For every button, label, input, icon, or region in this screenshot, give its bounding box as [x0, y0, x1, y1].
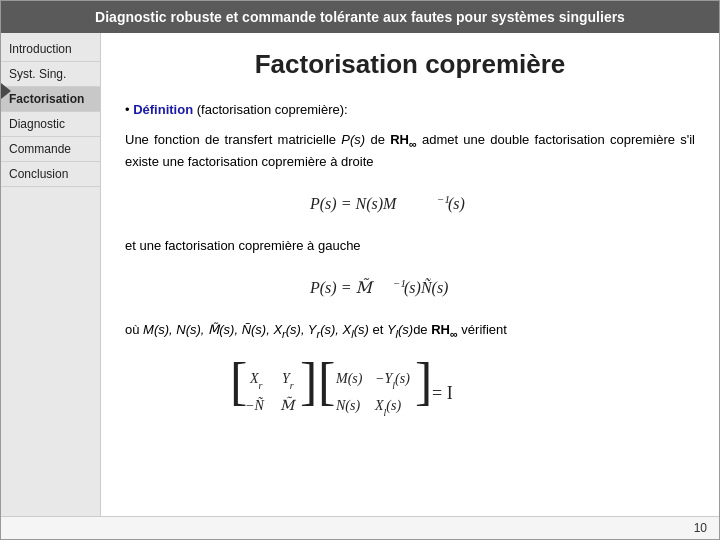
svg-text:−Yl(s): −Yl(s): [375, 371, 410, 391]
sidebar-item-introduction[interactable]: Introduction: [1, 37, 100, 62]
svg-text:[: [: [318, 355, 335, 410]
svg-text:(s): (s): [448, 195, 465, 213]
sidebar-item-factorisation[interactable]: Factorisation: [1, 87, 100, 112]
sidebar-item-syst-sing[interactable]: Syst. Sing.: [1, 62, 100, 87]
formula3: [ Xr Yr −Ñ M̃ ] [ M(s) −Yl(s) N(s) Xl(s): [125, 355, 695, 428]
sidebar-item-diagnostic[interactable]: Diagnostic: [1, 112, 100, 137]
svg-text:M̃: M̃: [280, 396, 297, 413]
section-title: Factorisation copremière: [125, 49, 695, 80]
main-content: Factorisation copremière • Définition (f…: [101, 33, 719, 516]
svg-text:P(s) = N(s)M: P(s) = N(s)M: [310, 195, 398, 213]
svg-text:]: ]: [300, 355, 317, 410]
sidebar: Introduction Syst. Sing. Factorisation D…: [1, 33, 101, 516]
paragraph2: et une factorisation copremière à gauche: [125, 236, 695, 257]
svg-text:M(s): M(s): [335, 371, 363, 387]
svg-text:= I: = I: [432, 383, 453, 403]
header-title: Diagnostic robuste et commande tolérante…: [95, 9, 625, 25]
svg-text:]: ]: [415, 355, 432, 410]
svg-text:P(s) = M̃: P(s) = M̃: [310, 278, 374, 297]
svg-text:N(s): N(s): [335, 398, 360, 414]
page-wrapper: Diagnostic robuste et commande tolérante…: [0, 0, 720, 540]
svg-text:Xr: Xr: [249, 371, 263, 391]
page-number: 10: [694, 521, 707, 535]
footer: 10: [1, 516, 719, 539]
svg-text:(s)Ñ(s): (s)Ñ(s): [404, 278, 448, 297]
header: Diagnostic robuste et commande tolérante…: [1, 1, 719, 33]
definition-text: (factorisation copremière):: [197, 102, 348, 117]
sidebar-item-conclusion[interactable]: Conclusion: [1, 162, 100, 187]
paragraph1: Une fonction de transfert matricielle P(…: [125, 130, 695, 174]
svg-text:Yr: Yr: [282, 371, 294, 391]
formula1: P(s) = N(s)M −1 (s): [125, 185, 695, 224]
definition-label: Définition: [133, 102, 193, 117]
paragraph3: où M(s), N(s), M̃(s), Ñ(s), Xr(s), Yr(s)…: [125, 320, 695, 343]
definition-line: • Définition (factorisation copremière):: [125, 100, 695, 120]
sidebar-arrow: [1, 83, 11, 99]
body: Introduction Syst. Sing. Factorisation D…: [1, 33, 719, 516]
sidebar-item-commande[interactable]: Commande: [1, 137, 100, 162]
svg-text:Xl(s): Xl(s): [374, 398, 401, 418]
svg-text:−Ñ: −Ñ: [245, 397, 264, 413]
formula2: P(s) = M̃ −1 (s)Ñ(s): [125, 269, 695, 308]
